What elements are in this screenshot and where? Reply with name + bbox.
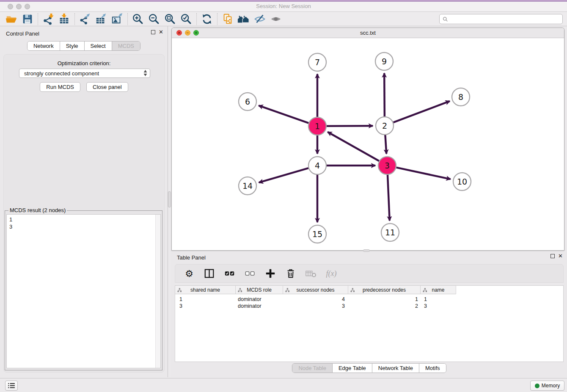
tab-select[interactable]: Select (84, 41, 112, 50)
tab-motifs[interactable]: Motifs (419, 364, 446, 373)
hide-graphics-details-icon[interactable] (252, 12, 268, 26)
search-input[interactable] (439, 14, 563, 24)
import-table-icon[interactable] (56, 12, 72, 26)
close-panel-button[interactable]: Close panel (86, 82, 128, 92)
network-window-title: scc.txt (172, 30, 564, 36)
tab-network[interactable]: Network (28, 41, 60, 50)
table-panel-float-icon[interactable] (550, 254, 555, 258)
table-cell[interactable]: 2 (348, 303, 421, 309)
criterion-select[interactable]: strongly connected component (19, 69, 150, 78)
tab-mcds[interactable]: MCDS (112, 41, 140, 50)
open-folder-icon[interactable] (3, 12, 19, 26)
tab-edge-table[interactable]: Edge Table (332, 364, 372, 373)
table-cell[interactable]: 1 (175, 296, 236, 303)
select-stepper-icon (143, 70, 147, 76)
table-panel-tabs: Node TableEdge TableNetwork TableMotifs (292, 363, 446, 373)
graph-edge-1-2[interactable] (327, 126, 373, 126)
table-cell[interactable]: dominator (236, 303, 283, 309)
refresh-icon[interactable] (199, 12, 215, 26)
graph-node-label-6: 6 (245, 97, 250, 106)
result-scrollbar[interactable] (155, 215, 160, 368)
graph-edge-3-1[interactable] (328, 132, 379, 161)
column-header-name[interactable]: name (421, 286, 456, 294)
network-view-window: ✕ − + scc.txt 1234678910111415 (171, 28, 564, 251)
table-row[interactable]: 3dominator323 (175, 303, 563, 309)
graph-node-label-14: 14 (242, 181, 253, 190)
zoom-in-icon[interactable] (130, 12, 146, 26)
column-header-MCDS-role[interactable]: MCDS role (236, 286, 283, 294)
mcds-panel: Optimization criterion: strongly connect… (3, 54, 165, 373)
graph-edge-3-10[interactable] (396, 168, 451, 179)
table-cell[interactable]: 3 (283, 303, 348, 309)
tab-node-table[interactable]: Node Table (292, 364, 332, 373)
memory-button[interactable]: Memory (530, 381, 564, 391)
graph-node-label-15: 15 (312, 229, 322, 239)
mcds-result-textarea[interactable]: 13 (6, 214, 161, 368)
settings-gear-icon[interactable]: ⚙ (181, 266, 197, 281)
graph-edge-2-8[interactable] (394, 101, 450, 122)
save-icon[interactable] (19, 12, 36, 26)
deselect-all-checkboxes-icon[interactable] (242, 266, 258, 281)
import-network-icon[interactable] (40, 12, 56, 26)
tab-style[interactable]: Style (60, 41, 84, 50)
toolbar-separator (38, 13, 38, 25)
graph-node-label-1: 1 (315, 121, 320, 131)
table-row[interactable]: 1dominator411 (175, 296, 563, 303)
show-columns-icon[interactable] (201, 266, 217, 281)
export-table-icon[interactable] (93, 12, 109, 26)
run-mcds-button[interactable]: Run MCDS (40, 82, 80, 92)
delete-table-icon[interactable] (303, 266, 319, 281)
add-row-icon[interactable] (262, 266, 278, 281)
graph-edge-4-14[interactable] (259, 168, 308, 182)
table-header-row: shared nameMCDS rolesuccessor nodesprede… (175, 286, 563, 294)
node-table: shared nameMCDS rolesuccessor nodesprede… (175, 285, 564, 362)
memory-status-icon (535, 384, 539, 388)
window-titlebar: Session: New Session (0, 0, 567, 12)
home-networks-icon[interactable] (236, 12, 252, 26)
network-window-titlebar[interactable]: ✕ − + scc.txt (172, 28, 564, 38)
control-panel-float-icon[interactable] (151, 30, 155, 34)
vertical-splitter-handle[interactable] (168, 191, 171, 207)
table-cell[interactable]: 1 (421, 296, 456, 303)
export-image-icon[interactable] (109, 12, 125, 26)
toolbar-separator (74, 13, 75, 25)
column-header-successor-nodes[interactable]: successor nodes (283, 286, 348, 294)
table-cell[interactable]: 1 (348, 296, 421, 303)
column-header-shared-name[interactable]: shared name (175, 286, 236, 294)
column-label: name (432, 287, 444, 293)
graph-edge-1-6[interactable] (259, 105, 308, 123)
control-panel-title: Control Panel (6, 30, 39, 37)
show-graphics-details-icon[interactable] (268, 12, 284, 26)
toolbar-separator (217, 13, 217, 25)
table-cell[interactable]: 3 (175, 303, 236, 309)
function-builder-icon[interactable]: f(x) (323, 266, 339, 281)
select-all-checkboxes-icon[interactable] (222, 266, 238, 281)
task-history-button[interactable] (5, 381, 18, 391)
table-toolbar: ⚙ f(x) (175, 264, 564, 283)
duplicate-network-documents-icon[interactable] (220, 12, 236, 26)
tab-network-table[interactable]: Network Table (372, 364, 419, 373)
graph-edge-2-9[interactable] (384, 73, 385, 116)
control-panel-close-icon[interactable]: ✕ (159, 30, 163, 34)
table-cell[interactable]: 4 (283, 296, 348, 303)
zoom-selected-icon[interactable] (178, 12, 194, 26)
graph-edge-2-3[interactable] (385, 135, 386, 154)
export-network-icon[interactable] (77, 12, 93, 26)
toolbar-separator (196, 13, 197, 25)
table-panel-close-icon[interactable]: ✕ (558, 254, 563, 258)
result-line: 1 (9, 216, 160, 223)
column-label: MCDS role (247, 287, 272, 293)
result-line: 3 (9, 223, 160, 230)
delete-rows-icon[interactable] (283, 266, 299, 281)
toolbar-separator (127, 13, 128, 25)
table-cell[interactable]: dominator (236, 296, 283, 303)
mcds-result-title: MCDS result (2 nodes) (8, 207, 67, 213)
app-window: { "window": { "title": "Session: New Ses… (0, 0, 567, 392)
network-canvas[interactable]: 1234678910111415 (172, 38, 564, 250)
graph-node-label-4: 4 (315, 161, 320, 170)
table-cell[interactable]: 3 (421, 303, 456, 309)
graph-edge-3-11[interactable] (388, 175, 390, 221)
zoom-out-icon[interactable] (146, 12, 162, 26)
zoom-fit-icon[interactable] (162, 12, 178, 26)
column-header-predecessor-nodes[interactable]: predecessor nodes (348, 286, 421, 294)
